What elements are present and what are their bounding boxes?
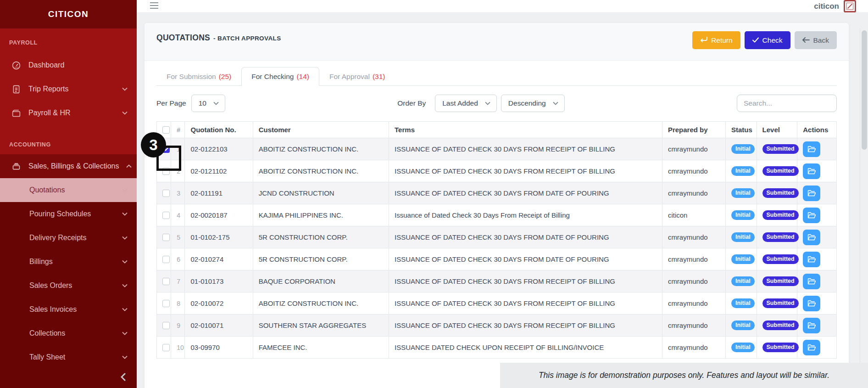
terms-cell: ISSUANCE DATED CHECK UPON RECEIPT OF BIL… [389, 337, 662, 359]
page-scrollbar[interactable] [860, 28, 868, 388]
open-folder-button[interactable] [803, 252, 820, 267]
sidebar-subitem-quotations[interactable]: Quotations [0, 178, 137, 202]
content-area: QUOTATIONS - BATCH APPROVALS Return [137, 13, 868, 388]
table-row[interactable]: 7 01-010173 BAQUE CORPORATION ISSUANCE O… [157, 270, 837, 292]
per-page-select[interactable]: 10 [191, 95, 225, 112]
customer-cell: FAMECEE INC. [253, 337, 389, 359]
sidebar-nav: PAYROLL Dashboard Trip Reports [0, 28, 137, 388]
column-header-level: Level [757, 122, 797, 138]
section-label-payroll: PAYROLL [9, 39, 137, 46]
status-badge: Initial [731, 321, 755, 331]
open-folder-button[interactable] [803, 186, 820, 201]
table-row[interactable]: 8 02-010072 ABOITIZ CONSTRUCTION INC. IS… [157, 292, 837, 315]
chevron-down-icon [122, 260, 128, 264]
chevron-down-icon [122, 87, 128, 91]
table-row[interactable]: 2 02-0121102 ABOITIZ CONSTRUCTION INC. I… [157, 160, 837, 182]
quotation-no-cell: 03-09970 [185, 337, 253, 359]
row-number: 2 [171, 160, 185, 182]
table-row[interactable]: 10 03-09970 FAMECEE INC. ISSUANCE DATED … [157, 337, 837, 359]
open-folder-button[interactable] [803, 208, 820, 223]
tabs-bar: For Submission (25) For Checking (14) Fo… [156, 67, 837, 86]
tab-for-submission[interactable]: For Submission (25) [156, 67, 241, 86]
order-direction-select[interactable]: Descending [501, 95, 565, 112]
app-root: CITICON PAYROLL Dashboard Trip Reports [0, 0, 868, 388]
sidebar-subitem-collections[interactable]: Collections [0, 321, 137, 345]
open-folder-button[interactable] [803, 163, 820, 179]
row-checkbox[interactable] [162, 234, 170, 241]
open-folder-button[interactable] [803, 274, 820, 289]
cash-stack-icon [11, 161, 21, 171]
table-row[interactable]: 1 02-0122103 ABOITIZ CONSTRUCTION INC. I… [157, 138, 837, 160]
sidebar-subitem-sales-invoices[interactable]: Sales Invoices [0, 298, 137, 321]
tab-count: (14) [296, 73, 309, 81]
row-checkbox[interactable] [162, 212, 170, 219]
sidebar-item-payroll-hr[interactable]: Payroll & HR [0, 101, 137, 125]
chevron-down-icon [485, 101, 490, 105]
quotations-table: # Quotation No. Customer Terms Prepared … [156, 121, 837, 359]
quotation-no-cell: 02-011191 [185, 182, 253, 204]
search-input[interactable] [737, 95, 837, 112]
row-checkbox[interactable] [162, 146, 170, 153]
status-badge: Initial [731, 144, 755, 154]
column-header-actions: Actions [797, 122, 837, 138]
level-badge: Submitted [762, 144, 799, 154]
row-checkbox[interactable] [162, 344, 170, 351]
select-all-checkbox[interactable] [162, 126, 170, 134]
terms-cell: ISSUANCE OF DATED CHECK 30 DAYS FROM DAT… [389, 182, 662, 204]
open-folder-button[interactable] [803, 340, 820, 355]
check-icon [752, 36, 759, 45]
scrollbar-thumb[interactable] [862, 30, 867, 150]
hamburger-menu-button[interactable] [150, 2, 159, 11]
chevron-down-icon [213, 101, 219, 105]
table-row[interactable]: 3 02-011191 JCND CONSTRUCTION ISSUANCE O… [157, 182, 837, 204]
sidebar-subitem-pouring-schedules[interactable]: Pouring Schedules [0, 202, 137, 226]
sidebar-item-trip-reports[interactable]: Trip Reports [0, 77, 137, 101]
table-row[interactable]: 9 02-010071 SOUTHERN STAR AGGREGATES ISS… [157, 315, 837, 337]
quotation-no-cell: 02-010072 [185, 292, 253, 315]
tab-for-approval[interactable]: For Approval (31) [319, 67, 395, 86]
status-badge: Initial [731, 254, 755, 264]
row-checkbox[interactable] [162, 168, 170, 175]
customer-cell: ABOITIZ CONSTRUCTION INC. [253, 292, 389, 315]
back-button[interactable]: Back [795, 31, 837, 49]
row-checkbox[interactable] [162, 256, 170, 263]
prepared-by-cell: cmraymundo [662, 226, 725, 248]
open-folder-button[interactable] [803, 318, 820, 333]
open-folder-button[interactable] [803, 141, 820, 157]
row-number: 4 [171, 204, 185, 226]
chevron-left-icon [121, 373, 126, 383]
chevron-down-icon [122, 284, 128, 287]
terms-cell: ISSUANCE OF DATED CHECK 30 DAYS FROM REC… [389, 315, 662, 337]
sidebar-subitem-sales-orders[interactable]: Sales Orders [0, 274, 137, 298]
chevron-up-icon [126, 164, 132, 168]
prepared-by-cell: cmraymundo [662, 292, 725, 315]
status-badge: Initial [731, 210, 755, 220]
order-field-select[interactable]: Last Added [435, 95, 497, 112]
level-badge: Submitted [762, 210, 799, 220]
sidebar-collapse-button[interactable] [117, 371, 129, 384]
terms-cell: ISSUANCE OF DATED CHECK 30 DAYS FROM DAT… [389, 248, 662, 270]
row-checkbox[interactable] [162, 300, 170, 307]
customer-cell: 5R CONSTRUCTION CORP. [253, 226, 389, 248]
row-checkbox[interactable] [162, 278, 170, 285]
return-button[interactable]: Return [692, 31, 740, 49]
disclaimer-text: This image is for demonstration purposes… [539, 371, 829, 380]
row-checkbox[interactable] [162, 190, 170, 197]
sidebar-subitem-tally-sheet[interactable]: Tally Sheet [0, 345, 137, 369]
table-row[interactable]: 4 02-0020187 KAJIMA PHILIPPINES INC. Iss… [157, 204, 837, 226]
table-row[interactable]: 6 02-010274 5R CONSTRUCTION CORP. ISSUAN… [157, 248, 837, 270]
sidebar-subitem-billings[interactable]: Billings [0, 250, 137, 274]
check-button[interactable]: Check [745, 31, 790, 49]
open-folder-button[interactable] [803, 230, 820, 245]
row-number: 9 [171, 315, 185, 337]
sidebar-item-sales-billings-collections[interactable]: Sales, Billings & Collections [0, 154, 137, 178]
table-row[interactable]: 5 01-0102-175 5R CONSTRUCTION CORP. ISSU… [157, 226, 837, 248]
sidebar-item-dashboard[interactable]: Dashboard [0, 53, 137, 77]
chevron-down-icon [122, 236, 128, 240]
sidebar-subitem-delivery-receipts[interactable]: Delivery Receipts [0, 226, 137, 250]
row-checkbox[interactable] [162, 322, 170, 329]
brand-text: citicon [814, 2, 839, 11]
open-folder-button[interactable] [803, 296, 820, 311]
tab-for-checking[interactable]: For Checking (14) [241, 67, 319, 86]
sidebar-logo: CITICON [0, 0, 137, 28]
